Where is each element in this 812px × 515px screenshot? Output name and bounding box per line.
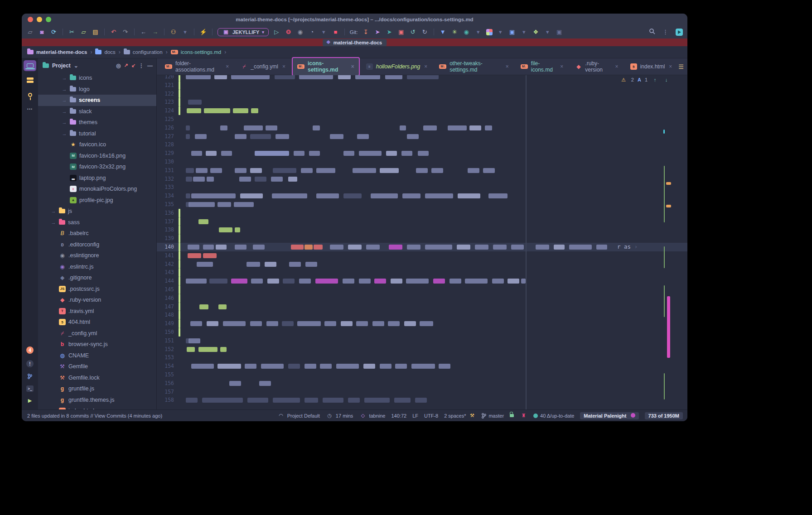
problems-icon[interactable]: ! [26, 360, 34, 367]
tab-other-tweaks-settings-md[interactable]: M↓other-tweaks-settings.md× [434, 57, 514, 76]
code-editor[interactable]: 1201211221231241251261271281291301311321… [157, 75, 687, 409]
tree-item--postcssrc-js[interactable]: JS.postcssrc.js [38, 284, 156, 295]
minimize-window-icon[interactable] [37, 17, 42, 22]
tree-item--eslintrc-js[interactable]: ◉.eslintrc.js [38, 261, 156, 273]
run-tool-icon[interactable]: ▶ [26, 398, 34, 403]
tree-expand-arrow-icon[interactable]: → [51, 220, 56, 225]
tree-item-tutorial[interactable]: →tutorial [38, 128, 156, 140]
material-palette-icon-chevron-icon[interactable]: ▾ [497, 29, 504, 35]
tree-expand-arrow-icon[interactable]: → [62, 131, 67, 136]
history-icon[interactable]: ↺ [409, 29, 417, 35]
tab-close-icon[interactable]: × [615, 63, 619, 70]
search-everywhere-icon[interactable] [649, 28, 655, 36]
tree-item-js[interactable]: →js [38, 206, 156, 217]
sync-icon[interactable]: ⟳ [50, 29, 58, 35]
tree-item-sass[interactable]: →sass [38, 217, 156, 228]
tree-item-favicon-16x16-png[interactable]: Mfavicon-16x16.png [38, 150, 156, 162]
breadcrumb-item[interactable]: material-theme-docs [27, 49, 87, 55]
status-changes[interactable]: 40 Δ/up-to-date [533, 413, 574, 419]
run-icon[interactable]: ▷ [273, 29, 280, 35]
vcs-status-message[interactable]: 2 files updated in 8 commits // View Com… [27, 413, 162, 419]
tree-item-gruntfile-themes-js[interactable]: ggruntfile.themes.js [38, 395, 156, 406]
next-issue-icon[interactable]: ↓ [662, 77, 670, 82]
tree-item-gruntfile-js[interactable]: ggruntfile.js [38, 383, 156, 395]
tree-item-slack[interactable]: →slack [38, 106, 156, 117]
tree-item-gemfile[interactable]: ⚒Gemfile [38, 361, 156, 372]
plugin-puzzle-icon[interactable]: ❖ [532, 29, 540, 35]
prev-issue-icon[interactable]: ↑ [651, 77, 659, 82]
redo-icon[interactable]: ↷ [121, 29, 129, 35]
detach-window-icon[interactable]: ▣ [556, 29, 563, 35]
breadcrumb-item[interactable]: configuration [124, 49, 163, 55]
tree-item--travis-yml[interactable]: T.travis.yml [38, 306, 156, 317]
structure-tool-icon[interactable] [22, 73, 38, 87]
tree-expand-arrow-icon[interactable]: → [62, 109, 67, 114]
tree-expand-arrow-icon[interactable]: → [62, 120, 67, 125]
tree-item-monokaiprocolors-png[interactable]: ‖monokaiProColors.png [38, 183, 156, 195]
panel-options-icon[interactable]: ⋮ [139, 63, 144, 69]
hide-panel-icon[interactable]: — [147, 63, 153, 69]
tree-item-profile-pic-jpg[interactable]: ▲profile-pic.jpg [38, 195, 156, 206]
more-tools-icon[interactable]: ••• [22, 102, 38, 116]
maximize-window-icon[interactable] [46, 17, 51, 22]
status-indent[interactable]: 2 spaces*⚒ [444, 413, 476, 419]
terminal-tool-icon[interactable]: >_ [26, 385, 34, 392]
inspection-widget[interactable]: ⚠2A1↑↓ [620, 77, 670, 82]
rollback-icon[interactable]: ↻ [421, 29, 429, 35]
status-tabnine[interactable]: ◇tabnine [359, 413, 385, 419]
status-git-branch[interactable]: master [482, 413, 504, 419]
tab-close-icon[interactable]: × [560, 63, 563, 70]
project-tool-icon[interactable] [22, 58, 38, 73]
tab-file-icons-md[interactable]: M↓file-icons.md× [515, 57, 569, 76]
status-caret-position[interactable]: 140:72 [391, 413, 406, 419]
tab-index-html[interactable]: 5index.html× [625, 60, 678, 73]
notebook-icon[interactable]: ▣ [508, 29, 516, 35]
paste-icon[interactable]: ▤ [92, 29, 99, 35]
status-profile-mode[interactable]: ◠Project Default [277, 413, 320, 419]
tree-item-logo[interactable]: →logo [38, 84, 156, 95]
breadcrumb-item[interactable]: M↓icons-settings.md [171, 49, 221, 55]
tree-item--editorconfig[interactable]: ʚ.editorconfig [38, 239, 156, 250]
expand-all-icon[interactable]: ↗ [124, 63, 128, 68]
open-project-icon[interactable]: ▱ [26, 29, 34, 35]
tree-item-browser-sync-js[interactable]: bbrowser-sync.js [38, 339, 156, 350]
atom-icon[interactable]: ✳ [451, 29, 459, 35]
profiler-icon-chevron-icon[interactable]: ▾ [320, 29, 328, 35]
tree-item-themes[interactable]: →themes [38, 117, 156, 128]
tree-item--config-yml[interactable]: ⌿_config.yml [38, 328, 156, 339]
status-line-endings[interactable]: LF [412, 413, 418, 419]
playlogo-icon[interactable] [676, 29, 683, 36]
notifications-badge[interactable]: 4 [26, 347, 34, 354]
recent-files-icon[interactable]: ☰ [678, 63, 684, 70]
tab-close-icon[interactable]: × [282, 63, 285, 70]
status-rook[interactable]: ♜ [520, 413, 527, 418]
tab-hollowfolders-png[interactable]: ≡hollowFolders.png× [361, 60, 433, 73]
tree-item--babelrc[interactable]: B.babelrc [38, 228, 156, 239]
tab-close-icon[interactable]: × [424, 63, 427, 70]
tab-close-icon[interactable]: × [351, 63, 354, 70]
breadcrumb-item[interactable]: docs [95, 49, 115, 55]
project-view-chevron-icon[interactable]: ⌄ [74, 63, 78, 69]
notebook-icon-chevron-icon[interactable]: ▾ [520, 29, 528, 35]
tree-item-icons[interactable]: →icons [38, 72, 156, 84]
cut-icon[interactable]: ✂ [68, 29, 76, 35]
status-lock[interactable] [510, 414, 514, 417]
save-all-icon[interactable]: ◙ [38, 29, 46, 35]
push-icon[interactable]: ➤ [374, 29, 382, 35]
status-encoding[interactable]: UTF-8 [424, 413, 438, 419]
status-memory[interactable]: 733 of 1950M [645, 412, 683, 419]
tree-item--eslintignore[interactable]: ◉.eslintignore [38, 250, 156, 261]
tab--ruby-version[interactable]: ◆.ruby-version× [570, 57, 624, 76]
docs-book-icon[interactable]: ▣ [397, 29, 405, 35]
copy-icon[interactable]: ▱ [80, 29, 87, 35]
codecov-icon[interactable]: ▼ [439, 29, 447, 35]
tree-item-gemfile-lock[interactable]: ⚒Gemfile.lock [38, 372, 156, 384]
tree-item--gitignore[interactable]: ◆.gitignore [38, 272, 156, 284]
tree-item-favicon-32x32-png[interactable]: Mfavicon-32x32.png [38, 161, 156, 173]
project-chip[interactable]: ❖ material-theme-docs [323, 39, 387, 46]
tab--config-yml[interactable]: ⌿_config.yml× [235, 60, 291, 73]
tree-expand-arrow-icon[interactable]: → [62, 75, 67, 81]
undo-icon[interactable]: ↶ [110, 29, 117, 35]
close-window-icon[interactable] [28, 17, 33, 22]
preview-eye-icon[interactable]: ◉ [463, 29, 470, 35]
